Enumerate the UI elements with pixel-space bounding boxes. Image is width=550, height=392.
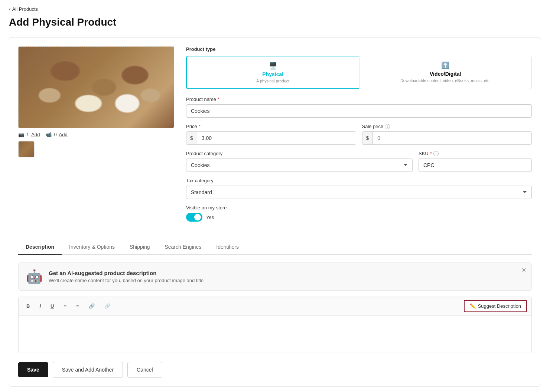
ai-banner: 🤖 Get an AI-suggested product descriptio… xyxy=(18,262,532,291)
tax-category-label: Tax category xyxy=(186,178,532,183)
video-group: 📹 0 Add xyxy=(46,132,67,137)
physical-subtitle: A physical product xyxy=(256,79,289,83)
photo-count: 1 xyxy=(26,132,29,137)
toggle-row: Yes xyxy=(186,213,532,222)
price-label: Price * xyxy=(186,124,356,129)
physical-icon: 🖥️ xyxy=(269,62,277,70)
type-buttons: 🖥️ Physical A physical product ⬆️ Video/… xyxy=(186,56,532,89)
category-group: Product category Cookies Bakery Desserts xyxy=(186,151,413,172)
tab-inventory[interactable]: Inventory & Options xyxy=(62,239,122,255)
bold-button[interactable]: B xyxy=(23,301,33,311)
footer-actions: Save Save and Add Another Cancel xyxy=(18,362,532,378)
cat-sku-row: Product category Cookies Bakery Desserts… xyxy=(186,151,532,172)
link-button[interactable]: 🔗 xyxy=(85,301,98,311)
sale-price-info-icon[interactable]: i xyxy=(385,124,390,129)
suggest-icon: ✏️ xyxy=(470,303,476,309)
form-section: Product type 🖥️ Physical A physical prod… xyxy=(186,46,532,228)
sku-group: SKU * i xyxy=(419,151,532,172)
italic-button[interactable]: I xyxy=(36,301,44,311)
tabs-row: Description Inventory & Options Shipping… xyxy=(18,239,532,255)
tab-shipping[interactable]: Shipping xyxy=(122,239,157,255)
ai-robot-icon: 🤖 xyxy=(26,269,43,284)
sale-price-input[interactable] xyxy=(373,132,531,144)
toggle-slider xyxy=(186,213,202,222)
photo-group: 📷 1 Add xyxy=(18,132,40,137)
page-title: Add Physical Product xyxy=(9,16,541,28)
sku-label: SKU * i xyxy=(419,151,532,156)
breadcrumb-label: All Products xyxy=(12,6,38,12)
camera-icon: 📷 xyxy=(18,132,24,137)
sku-info-icon[interactable]: i xyxy=(433,151,439,156)
thumbnail-1[interactable] xyxy=(18,141,35,157)
price-input-wrapper: $ xyxy=(186,131,356,145)
thumbnail-visual xyxy=(19,141,34,157)
tax-category-select[interactable]: Standard Reduced Zero xyxy=(186,186,532,199)
visible-row: Visible on my store Yes xyxy=(186,205,532,222)
product-name-row: Product name * xyxy=(186,97,532,118)
cancel-button[interactable]: Cancel xyxy=(127,362,162,378)
sale-price-symbol: $ xyxy=(362,132,373,144)
breadcrumb-link[interactable]: ‹ All Products xyxy=(9,6,38,12)
tax-category-row: Tax category Standard Reduced Zero xyxy=(186,178,532,199)
sale-price-group: Sale price i $ xyxy=(362,124,532,145)
ai-banner-title: Get an AI-suggested product description xyxy=(49,270,204,276)
product-type-row: Product type 🖥️ Physical A physical prod… xyxy=(186,46,532,89)
ai-banner-subtitle: We'll create some content for you, based… xyxy=(49,278,204,283)
product-name-label: Product name * xyxy=(186,97,532,102)
chevron-left-icon: ‹ xyxy=(9,6,11,12)
ai-close-button[interactable]: ✕ xyxy=(521,267,526,273)
digital-subtitle: Downloadable content: video, eBooks, mus… xyxy=(400,78,491,83)
price-required-star: * xyxy=(199,124,201,129)
product-image-visual xyxy=(19,47,174,128)
breadcrumb: ‹ All Products xyxy=(9,6,541,12)
sale-price-input-wrapper: $ xyxy=(362,131,532,145)
sale-price-label: Sale price i xyxy=(362,124,532,129)
price-symbol: $ xyxy=(186,132,197,144)
add-video-link[interactable]: Add xyxy=(59,132,68,137)
digital-title: Video/Digital xyxy=(430,71,461,77)
main-card: 📷 1 Add 📹 0 Add xyxy=(9,37,541,387)
type-btn-physical[interactable]: 🖥️ Physical A physical product xyxy=(186,56,359,89)
suggest-label: Suggest Description xyxy=(478,303,521,309)
suggest-description-button[interactable]: ✏️ Suggest Description xyxy=(464,300,527,312)
digital-icon: ⬆️ xyxy=(441,61,449,69)
sku-required-star: * xyxy=(430,151,432,156)
unlink-button[interactable]: 🔗 xyxy=(101,301,114,311)
video-icon: 📹 xyxy=(46,132,52,137)
tab-description[interactable]: Description xyxy=(18,239,62,255)
price-row: Price * $ Sale price i xyxy=(186,124,532,145)
top-section: 📷 1 Add 📹 0 Add xyxy=(18,46,532,228)
visibility-toggle[interactable] xyxy=(186,213,202,222)
ai-text: Get an AI-suggested product description … xyxy=(49,270,204,283)
category-label: Product category xyxy=(186,151,413,156)
physical-title: Physical xyxy=(262,71,283,77)
sku-input[interactable] xyxy=(419,159,532,172)
thumbnail-row xyxy=(18,141,174,157)
video-count: 0 xyxy=(54,132,56,137)
type-btn-digital[interactable]: ⬆️ Video/Digital Downloadable content: v… xyxy=(359,56,532,89)
price-group: Price * $ xyxy=(186,124,356,145)
toolbar-left: B I U ≡ ≡ 🔗 🔗 xyxy=(23,301,114,311)
product-name-input[interactable] xyxy=(186,104,532,118)
editor-body[interactable] xyxy=(19,316,531,353)
save-button[interactable]: Save xyxy=(18,362,48,377)
add-photo-link[interactable]: Add xyxy=(31,132,40,137)
underline-button[interactable]: U xyxy=(47,301,57,311)
product-image-area[interactable] xyxy=(18,46,174,128)
tab-identifiers[interactable]: Identifiers xyxy=(209,239,246,255)
editor-container: B I U ≡ ≡ 🔗 🔗 ✏️ Suggest Description xyxy=(18,297,532,353)
ordered-list-button[interactable]: ≡ xyxy=(60,301,70,311)
category-select[interactable]: Cookies Bakery Desserts xyxy=(186,159,413,172)
save-add-another-button[interactable]: Save and Add Another xyxy=(53,362,123,378)
product-type-label: Product type xyxy=(186,46,532,52)
price-input[interactable] xyxy=(197,132,356,144)
required-star: * xyxy=(218,97,219,102)
page-container: ‹ All Products Add Physical Product 📷 1 … xyxy=(0,0,550,392)
image-section: 📷 1 Add 📹 0 Add xyxy=(18,46,174,228)
tab-seo[interactable]: Search Engines xyxy=(157,239,209,255)
visible-label: Visible on my store xyxy=(186,205,532,210)
toggle-label: Yes xyxy=(206,215,214,220)
media-controls: 📷 1 Add 📹 0 Add xyxy=(18,132,174,137)
unordered-list-button[interactable]: ≡ xyxy=(73,301,82,311)
editor-toolbar: B I U ≡ ≡ 🔗 🔗 ✏️ Suggest Description xyxy=(19,297,531,316)
